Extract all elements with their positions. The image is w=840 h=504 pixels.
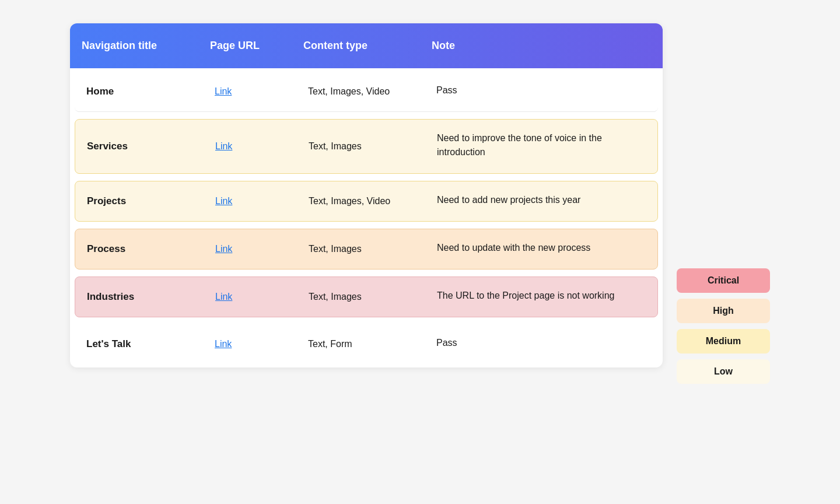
legend-low: Low — [677, 359, 770, 384]
nav-title-home: Home — [75, 72, 203, 111]
nav-title-industries: Industries — [75, 277, 204, 317]
table-row-process: ProcessLinkText, ImagesNeed to update wi… — [75, 229, 658, 270]
url-projects[interactable]: Link — [204, 181, 297, 221]
legend-medium: Medium — [677, 329, 770, 354]
url-lets-talk[interactable]: Link — [203, 324, 296, 364]
main-table: Navigation title Page URL Content type N… — [70, 23, 663, 368]
nav-title-lets-talk: Let's Talk — [75, 324, 203, 364]
nav-title-services: Services — [75, 120, 204, 173]
table-header: Navigation title Page URL Content type N… — [70, 23, 663, 68]
content-type-industries: Text, Images — [297, 277, 425, 317]
note-process: Need to update with the new process — [425, 229, 657, 269]
legend-critical: Critical — [677, 268, 770, 293]
url-services[interactable]: Link — [204, 120, 297, 173]
nav-title-process: Process — [75, 229, 204, 269]
url-process[interactable]: Link — [204, 229, 297, 269]
table-body: HomeLinkText, Images, VideoPassServicesL… — [70, 68, 663, 368]
note-home: Pass — [425, 72, 658, 111]
table-row-projects: ProjectsLinkText, Images, VideoNeed to a… — [75, 181, 658, 222]
note-lets-talk: Pass — [425, 324, 658, 364]
page-wrapper: Navigation title Page URL Content type N… — [70, 23, 770, 384]
content-type-process: Text, Images — [297, 229, 425, 269]
content-type-home: Text, Images, Video — [296, 72, 425, 111]
url-home[interactable]: Link — [203, 72, 296, 111]
header-nav-title: Navigation title — [70, 23, 198, 68]
header-note: Note — [420, 23, 663, 68]
content-type-services: Text, Images — [297, 120, 425, 173]
legend: Critical High Medium Low — [677, 268, 770, 384]
nav-title-projects: Projects — [75, 181, 204, 221]
header-content-type: Content type — [292, 23, 420, 68]
url-industries[interactable]: Link — [204, 277, 297, 317]
content-type-lets-talk: Text, Form — [296, 324, 425, 364]
table-row-industries: IndustriesLinkText, ImagesThe URL to the… — [75, 276, 658, 317]
note-projects: Need to add new projects this year — [425, 181, 657, 221]
table-row-lets-talk: Let's TalkLinkText, FormPass — [75, 324, 658, 364]
note-industries: The URL to the Project page is not worki… — [425, 277, 657, 317]
note-services: Need to improve the tone of voice in the… — [425, 120, 657, 173]
table-row-services: ServicesLinkText, ImagesNeed to improve … — [75, 119, 658, 174]
legend-high: High — [677, 299, 770, 323]
header-page-url: Page URL — [198, 23, 292, 68]
table-row-home: HomeLinkText, Images, VideoPass — [75, 72, 658, 112]
content-type-projects: Text, Images, Video — [297, 181, 425, 221]
